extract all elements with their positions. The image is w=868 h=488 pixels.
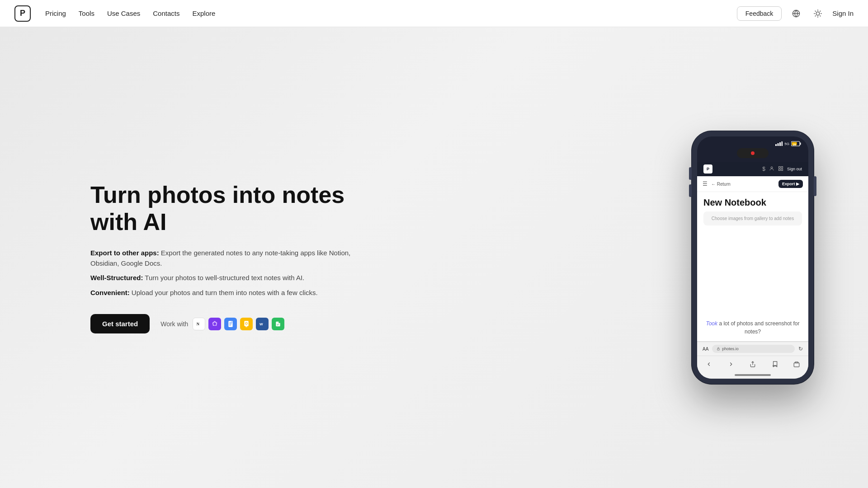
phone-mockup: 5G 28 bbox=[692, 131, 814, 384]
forward-icon[interactable] bbox=[726, 359, 736, 370]
evernote-icon bbox=[272, 318, 284, 330]
return-link[interactable]: ← Return bbox=[711, 182, 731, 187]
svg-line-5 bbox=[815, 11, 816, 11]
battery-icon: 28 bbox=[791, 141, 801, 146]
gkeep-icon bbox=[240, 318, 253, 330]
nav-item-tools[interactable]: Tools bbox=[79, 9, 94, 18]
nav-item-contacts[interactable]: Contacts bbox=[153, 9, 179, 18]
get-started-button[interactable]: Get started bbox=[90, 314, 150, 333]
svg-rect-20 bbox=[245, 326, 247, 327]
feature-convenient: Convenient: Upload your photos and turn … bbox=[90, 288, 362, 298]
feature-structured-text: Turn your photos to well-structured text… bbox=[145, 274, 304, 282]
notebook-space bbox=[697, 229, 808, 314]
phone-status-bar: 5G 28 bbox=[697, 136, 808, 146]
signal-icon bbox=[775, 141, 783, 146]
notebook-title: New Notebook bbox=[697, 192, 808, 211]
nav-item-pricing[interactable]: Pricing bbox=[45, 9, 66, 18]
svg-text:N: N bbox=[197, 322, 200, 326]
choose-images-button[interactable]: Choose images from gallery to add notes bbox=[703, 211, 802, 225]
url-bar[interactable]: photes.io bbox=[712, 345, 795, 353]
language-icon[interactable] bbox=[789, 6, 803, 21]
power-button bbox=[814, 176, 816, 196]
feature-structured: Well-Structured: Turn your photos to wel… bbox=[90, 273, 362, 283]
nav-link-explore[interactable]: Explore bbox=[192, 9, 215, 17]
svg-rect-36 bbox=[781, 166, 783, 168]
status-right: 5G 28 bbox=[775, 141, 801, 146]
nav-item-usecases[interactable]: Use Cases bbox=[107, 9, 140, 18]
cta-row: Get started Work with N bbox=[90, 314, 362, 333]
word-icon: W bbox=[256, 318, 269, 330]
network-type: 5G bbox=[784, 142, 789, 146]
svg-rect-26 bbox=[775, 144, 777, 146]
dollar-icon: $ bbox=[762, 166, 765, 172]
work-with-label: Work with bbox=[160, 320, 188, 328]
phone-body: 5G 28 bbox=[692, 131, 814, 384]
svg-text:28: 28 bbox=[793, 143, 796, 146]
back-icon[interactable] bbox=[703, 359, 714, 370]
camera-indicator bbox=[751, 151, 755, 155]
app-icons: N bbox=[193, 318, 284, 330]
hero-section: Turn photos into notes with AI Export to… bbox=[0, 27, 868, 488]
volume-down-button bbox=[689, 184, 692, 197]
svg-rect-35 bbox=[778, 166, 780, 168]
share-icon[interactable] bbox=[747, 359, 758, 370]
feedback-button[interactable]: Feedback bbox=[737, 6, 782, 21]
nav-link-tools[interactable]: Tools bbox=[79, 9, 94, 17]
svg-point-22 bbox=[246, 323, 247, 324]
svg-rect-25 bbox=[277, 325, 278, 325]
export-button[interactable]: Export ▶ bbox=[778, 180, 803, 188]
hero-content: Turn photos into notes with AI Export to… bbox=[90, 182, 362, 334]
feature-export-label: Export to other apps: bbox=[90, 249, 159, 257]
svg-rect-17 bbox=[230, 324, 232, 324]
work-with: Work with N bbox=[160, 318, 284, 330]
browser-nav-bar bbox=[697, 356, 808, 372]
nav-link-contacts[interactable]: Contacts bbox=[153, 9, 179, 17]
svg-rect-37 bbox=[778, 169, 780, 171]
app-small-logo: P bbox=[703, 164, 712, 174]
feature-export: Export to other apps: Export the generat… bbox=[90, 248, 362, 268]
notion-icon: N bbox=[193, 318, 205, 330]
svg-rect-27 bbox=[778, 143, 779, 146]
bookmarks-icon[interactable] bbox=[769, 359, 780, 370]
app-topbar: P $ bbox=[697, 162, 808, 176]
svg-rect-18 bbox=[230, 325, 231, 325]
nav-link-usecases[interactable]: Use Cases bbox=[107, 9, 140, 17]
refresh-button[interactable]: ↻ bbox=[798, 346, 803, 352]
app-nav-icons: $ bbox=[762, 166, 802, 173]
svg-line-10 bbox=[820, 11, 821, 11]
feature-convenient-text: Upload your photos and turn them into no… bbox=[132, 289, 318, 296]
nav-left: P Pricing Tools Use Cases Contacts Explo… bbox=[14, 5, 215, 22]
hero-title: Turn photos into notes with AI bbox=[90, 182, 362, 236]
theme-toggle-icon[interactable] bbox=[811, 6, 825, 21]
home-bar bbox=[735, 374, 771, 376]
svg-rect-41 bbox=[794, 363, 799, 367]
svg-text:W: W bbox=[259, 322, 263, 326]
nav-right: Feedback Sign In bbox=[737, 6, 854, 21]
app-toolbar: ☰ ← Return Export ▶ bbox=[697, 176, 808, 192]
signout-label[interactable]: Sign out bbox=[787, 167, 802, 171]
menu-icon[interactable]: ☰ bbox=[703, 181, 708, 187]
nav-item-explore[interactable]: Explore bbox=[192, 9, 215, 18]
nav-links: Pricing Tools Use Cases Contacts Explore bbox=[45, 9, 215, 18]
tabs-icon[interactable] bbox=[791, 359, 802, 370]
phone-dark-top: 5G 28 bbox=[697, 136, 808, 176]
browser-area: AA photes.io ↻ bbox=[697, 341, 808, 379]
feature-convenient-label: Convenient: bbox=[90, 289, 130, 296]
gdocs-icon bbox=[224, 318, 237, 330]
svg-rect-29 bbox=[782, 141, 783, 146]
hero-features: Export to other apps: Export the generat… bbox=[90, 248, 362, 298]
toolbar-left: ☰ ← Return bbox=[703, 181, 731, 187]
nav-link-pricing[interactable]: Pricing bbox=[45, 9, 66, 17]
browser-aa[interactable]: AA bbox=[703, 347, 708, 352]
signin-button[interactable]: Sign In bbox=[832, 9, 854, 17]
bottom-text: a lot of photos and screenshot for notes… bbox=[719, 320, 799, 335]
bottom-promo-text: Took a lot of photos and screenshot for … bbox=[697, 314, 808, 341]
logo[interactable]: P bbox=[14, 5, 31, 22]
phone-screen: 5G 28 bbox=[697, 136, 808, 379]
svg-rect-39 bbox=[717, 349, 720, 350]
volume-up-button bbox=[689, 167, 692, 180]
export-label: Export ▶ bbox=[782, 182, 799, 186]
person-icon bbox=[769, 166, 774, 173]
svg-line-9 bbox=[815, 15, 816, 16]
grid-icon bbox=[778, 166, 783, 173]
